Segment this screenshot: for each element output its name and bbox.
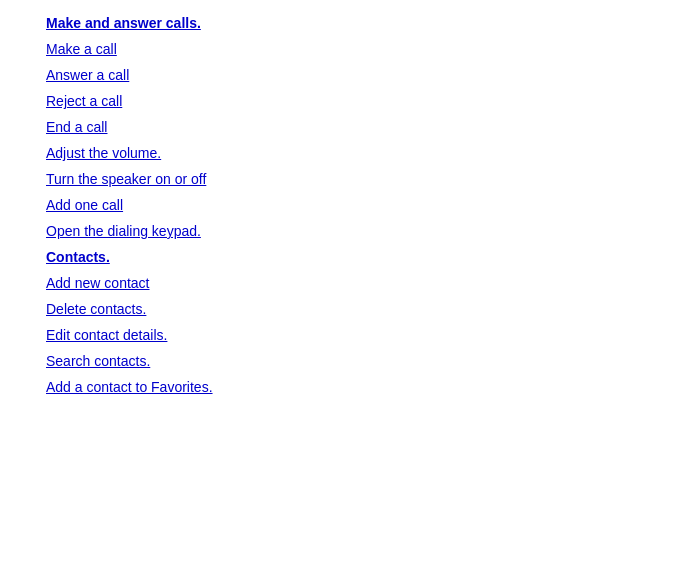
link-make-a-call[interactable]: Make a call <box>46 41 634 57</box>
section-calls-section: Make and answer calls.Make a callAnswer … <box>46 15 634 239</box>
link-add-one-call[interactable]: Add one call <box>46 197 634 213</box>
link-search-contacts[interactable]: Search contacts. <box>46 353 634 369</box>
link-add-new-contact[interactable]: Add new contact <box>46 275 634 291</box>
link-delete-contacts[interactable]: Delete contacts. <box>46 301 634 317</box>
link-open-dialing-keypad[interactable]: Open the dialing keypad. <box>46 223 634 239</box>
link-reject-a-call[interactable]: Reject a call <box>46 93 634 109</box>
section-header-contacts-section[interactable]: Contacts. <box>46 249 634 265</box>
link-add-to-favorites[interactable]: Add a contact to Favorites. <box>46 379 634 395</box>
section-header-calls-section[interactable]: Make and answer calls. <box>46 15 634 31</box>
section-contacts-section: Contacts.Add new contactDelete contacts.… <box>46 249 634 395</box>
link-end-a-call[interactable]: End a call <box>46 119 634 135</box>
link-turn-speaker[interactable]: Turn the speaker on or off <box>46 171 634 187</box>
link-edit-contact-details[interactable]: Edit contact details. <box>46 327 634 343</box>
page-content: Make and answer calls.Make a callAnswer … <box>46 15 634 395</box>
link-adjust-volume[interactable]: Adjust the volume. <box>46 145 634 161</box>
link-answer-a-call[interactable]: Answer a call <box>46 67 634 83</box>
